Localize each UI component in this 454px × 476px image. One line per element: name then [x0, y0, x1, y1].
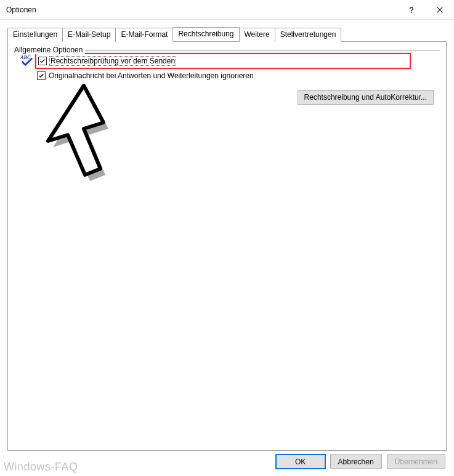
close-button[interactable]	[426, 0, 454, 20]
highlight-box: Rechtschreibprüfung vor dem Senden	[35, 53, 411, 69]
label-spellcheck-before-send: Rechtschreibprüfung vor dem Senden	[49, 56, 176, 66]
tab-email-format[interactable]: E-Mail-Format	[115, 28, 173, 42]
option-row-spellcheck: ABC Rechtschreibprüfung vor dem Senden	[19, 53, 435, 69]
dialog-footer: OK Abbrechen Übernehmen	[276, 454, 445, 469]
titlebar-buttons	[397, 0, 454, 20]
help-button[interactable]	[397, 0, 426, 20]
tab-email-setup[interactable]: E-Mail-Setup	[62, 28, 116, 42]
svg-text:ABC: ABC	[20, 55, 31, 60]
tab-einstellungen[interactable]: Einstellungen	[7, 28, 63, 42]
tab-stellvertretungen[interactable]: Stellvertretungen	[275, 28, 342, 42]
window-title: Optionen	[6, 6, 36, 14]
group-title: Allgemeine Optionen	[14, 46, 85, 54]
tab-panel: Allgemeine Optionen ABC Rechtschreibprüf…	[7, 41, 447, 451]
titlebar: Optionen	[0, 0, 454, 20]
option-row-ignore-original: Originalnachricht bei Antworten und Weit…	[21, 71, 435, 80]
button-autocorrect[interactable]: Rechtschreibung und AutoKorrektur...	[298, 90, 434, 105]
checkbox-ignore-original[interactable]	[37, 71, 46, 80]
content-area: Einstellungen E-Mail-Setup E-Mail-Format…	[0, 20, 454, 451]
group-allgemeine-optionen: Allgemeine Optionen ABC Rechtschreibprüf…	[14, 47, 440, 87]
abc-check-icon: ABC	[19, 54, 35, 68]
tab-rechtschreibung[interactable]: Rechtschreibung	[172, 27, 239, 41]
watermark-text: Windows-FAQ	[0, 458, 82, 476]
checkbox-spellcheck-before-send[interactable]	[38, 57, 47, 65]
cancel-button[interactable]: Abbrechen	[330, 454, 382, 469]
label-ignore-original: Originalnachricht bei Antworten und Weit…	[48, 71, 254, 80]
tab-weitere[interactable]: Weitere	[239, 28, 275, 42]
tab-strip: Einstellungen E-Mail-Setup E-Mail-Format…	[7, 27, 447, 41]
apply-button: Übernehmen	[387, 454, 445, 469]
svg-point-0	[411, 12, 412, 13]
ok-button[interactable]: OK	[276, 454, 325, 469]
